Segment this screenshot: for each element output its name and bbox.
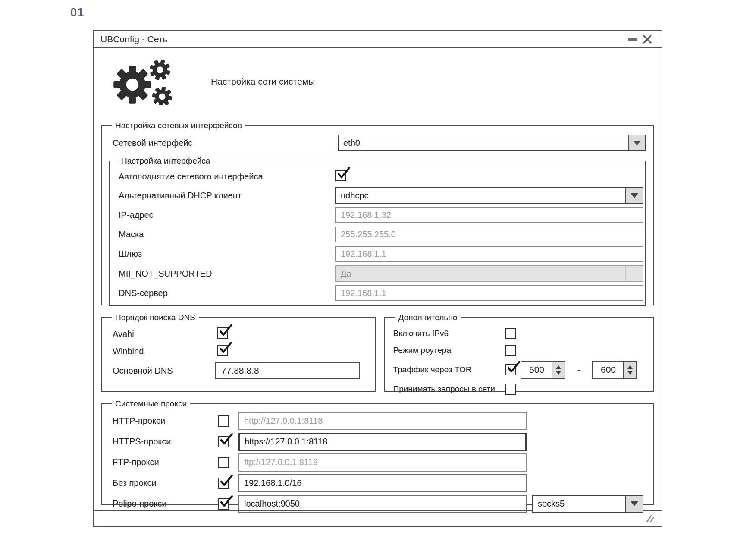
ipv6-checkbox[interactable] <box>505 328 516 339</box>
tor-port-to-value: 600 <box>593 362 623 378</box>
gateway-input[interactable] <box>335 246 643 262</box>
group-dns-order: Порядок поиска DNS Avahi Winbind <box>101 313 376 392</box>
ip-address-label: IP-адрес <box>115 210 335 220</box>
check-icon <box>218 341 232 356</box>
ip-address-input[interactable] <box>335 207 643 223</box>
group-dns-order-legend: Порядок поиска DNS <box>112 313 199 322</box>
gateway-label: Шлюз <box>115 249 335 259</box>
resize-grip-icon[interactable] <box>645 514 656 523</box>
network-interface-label: Сетевой интерфейс <box>109 138 338 148</box>
gears-icon <box>112 58 176 105</box>
close-icon <box>643 35 652 44</box>
check-icon <box>219 474 233 489</box>
group-system-proxies: Системные прокси HTTP-прокси HTTPS-прокс… <box>101 399 654 505</box>
ftp-proxy-checkbox[interactable] <box>218 457 229 468</box>
group-network-interfaces-legend: Настройка сетевых интерфейсов <box>112 121 245 130</box>
tor-port-range: 500 - 600 <box>521 361 646 379</box>
header-subtitle: Настройка сети системы <box>211 76 315 87</box>
network-interface-select[interactable]: eth0 <box>338 135 646 151</box>
row-auto-up: Автоподнятие сетевого интерфейса <box>115 169 643 184</box>
mii-dropdown-button <box>625 266 643 281</box>
avahi-label: Avahi <box>109 329 217 339</box>
row-ftp-proxy: FTP-прокси <box>109 453 646 472</box>
row-http-proxy: HTTP-прокси <box>109 412 646 430</box>
socks-type-select[interactable]: socks5 <box>532 495 643 513</box>
row-netmask: Маска <box>115 227 643 242</box>
middle-groups: Порядок поиска DNS Avahi Winbind <box>101 313 654 392</box>
netmask-input[interactable] <box>335 227 643 242</box>
row-gateway: Шлюз <box>115 246 643 262</box>
primary-dns-input[interactable] <box>215 362 360 379</box>
row-avahi: Avahi <box>109 327 368 340</box>
tor-port-to-spinner[interactable]: 600 <box>592 361 637 379</box>
spin-down-icon <box>555 371 562 374</box>
port-range-separator: - <box>565 364 592 375</box>
row-no-proxy: Без прокси <box>109 474 646 492</box>
dns-server-input[interactable] <box>335 285 643 301</box>
dhcp-client-label: Альтернативный DHCP клиент <box>115 191 335 201</box>
dhcp-client-dropdown-button[interactable] <box>625 188 643 203</box>
group-additional: Дополнительно Включить IPv6 Режим роутер… <box>384 313 654 392</box>
spin-up-icon <box>627 365 633 369</box>
group-interface-settings-legend: Настройка интерфейса <box>118 156 213 166</box>
row-mii: MII_NOT_SUPPORTED Да <box>115 265 643 282</box>
row-dhcp-client: Альтернативный DHCP клиент udhcpc <box>115 187 643 204</box>
check-icon <box>336 167 351 181</box>
winbind-label: Winbind <box>109 346 217 356</box>
https-proxy-input[interactable] <box>238 433 527 451</box>
http-proxy-checkbox[interactable] <box>218 415 229 427</box>
group-network-interfaces: Настройка сетевых интерфейсов Сетевой ин… <box>101 121 654 305</box>
tor-label: Траффик через TOR <box>392 365 505 374</box>
accept-requests-label: Принимать запросы в сети <box>392 384 505 394</box>
netmask-label: Маска <box>115 230 335 239</box>
check-icon <box>506 361 521 375</box>
dhcp-client-value: udhcpc <box>336 188 625 203</box>
chevron-down-icon <box>633 141 641 145</box>
group-interface-settings: Настройка интерфейса Автоподнятие сетево… <box>109 156 646 306</box>
row-ipv6: Включить IPv6 <box>392 327 646 340</box>
avahi-checkbox[interactable] <box>217 327 228 339</box>
minimize-icon <box>628 38 637 41</box>
close-button[interactable] <box>640 33 655 46</box>
minimize-button[interactable] <box>625 33 640 46</box>
http-proxy-input[interactable] <box>238 412 527 430</box>
polipo-proxy-label: Polipo-прокси <box>109 499 218 509</box>
titlebar: UBConfig - Сеть <box>94 31 662 48</box>
tor-port-from-spin-buttons[interactable] <box>552 362 565 378</box>
auto-up-label: Автоподнятие сетевого интерфейса <box>115 172 335 182</box>
check-icon <box>219 495 233 510</box>
row-network-interface: Сетевой интерфейс eth0 <box>109 135 646 151</box>
primary-dns-label: Основной DNS <box>109 366 217 376</box>
chevron-down-icon <box>631 193 638 198</box>
row-router-mode: Режим роутера <box>392 344 646 357</box>
router-mode-checkbox[interactable] <box>505 345 516 356</box>
check-icon <box>218 324 232 339</box>
row-winbind: Winbind <box>109 345 368 358</box>
socks-type-dropdown-button[interactable] <box>625 496 643 512</box>
check-icon <box>219 433 233 447</box>
window-title: UBConfig - Сеть <box>100 34 625 44</box>
tor-checkbox[interactable] <box>505 364 516 375</box>
mii-field-disabled: Да <box>335 265 643 282</box>
winbind-checkbox[interactable] <box>217 345 228 356</box>
network-interface-dropdown-button[interactable] <box>628 135 645 150</box>
no-proxy-input[interactable] <box>238 474 527 492</box>
network-interface-value: eth0 <box>339 135 628 150</box>
ftp-proxy-input[interactable] <box>238 453 527 472</box>
auto-up-checkbox[interactable] <box>335 170 346 181</box>
polipo-proxy-checkbox[interactable] <box>218 498 229 510</box>
group-system-proxies-legend: Системные прокси <box>112 399 190 409</box>
https-proxy-checkbox[interactable] <box>218 436 229 447</box>
accept-requests-checkbox[interactable] <box>505 384 516 395</box>
dhcp-client-select[interactable]: udhcpc <box>335 187 643 204</box>
row-dns-server: DNS-сервер <box>115 285 643 301</box>
no-proxy-label: Без прокси <box>109 478 218 488</box>
ftp-proxy-label: FTP-прокси <box>109 457 218 467</box>
router-mode-label: Режим роутера <box>392 346 505 355</box>
row-ip-address: IP-адрес <box>115 207 643 223</box>
ubconfig-window: UBConfig - Сеть Настройка сети системы Н… <box>93 30 662 527</box>
tor-port-to-spin-buttons[interactable] <box>623 362 636 378</box>
no-proxy-checkbox[interactable] <box>218 478 229 489</box>
spin-up-icon <box>555 365 562 369</box>
tor-port-from-spinner[interactable]: 500 <box>521 361 565 379</box>
